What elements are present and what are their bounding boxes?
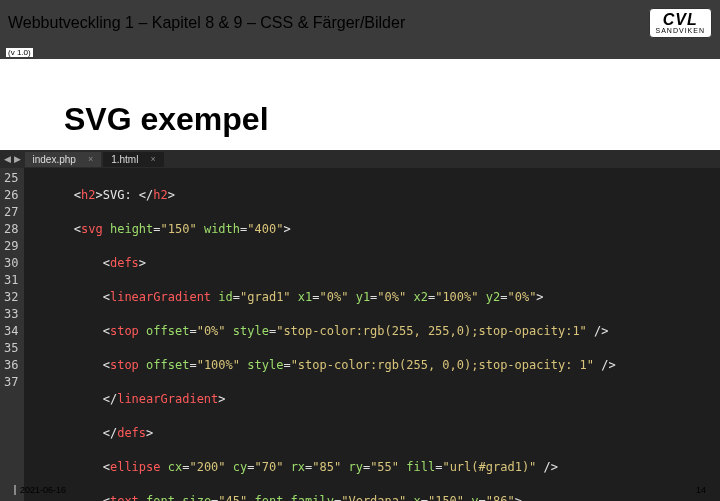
tab-1-html[interactable]: 1.html × bbox=[103, 152, 164, 167]
code-line: </defs> bbox=[30, 425, 720, 442]
close-icon[interactable]: × bbox=[150, 154, 155, 164]
slide-header-title: Webbutveckling 1 – Kapitel 8 & 9 – CSS &… bbox=[8, 14, 405, 32]
code-line: <defs> bbox=[30, 255, 720, 272]
code-body[interactable]: <h2>SVG: </h2> <svg height="150" width="… bbox=[24, 168, 720, 501]
line-gutter: 25262728293031323334353637 bbox=[0, 168, 24, 501]
code-line: </linearGradient> bbox=[30, 391, 720, 408]
close-icon[interactable]: × bbox=[88, 154, 93, 164]
code-line: <ellipse cx="200" cy="70" rx="85" ry="55… bbox=[30, 459, 720, 476]
logo: CVL SANDVIKEN bbox=[649, 8, 712, 38]
code-line: <stop offset="0%" style="stop-color:rgb(… bbox=[30, 323, 720, 340]
logo-text-bottom: SANDVIKEN bbox=[656, 27, 705, 34]
code-line: <linearGradient id="grad1" x1="0%" y1="0… bbox=[30, 289, 720, 306]
tab-label: 1.html bbox=[111, 154, 138, 165]
logo-text-top: CVL bbox=[656, 12, 705, 28]
footer-page-number: 14 bbox=[696, 485, 706, 495]
version-label: (v 1.0) bbox=[0, 46, 720, 59]
slide-title: SVG exempel bbox=[64, 101, 720, 138]
code-line: <svg height="150" width="400"> bbox=[30, 221, 720, 238]
tab-label: index.php bbox=[33, 154, 76, 165]
slide-header: Webbutveckling 1 – Kapitel 8 & 9 – CSS &… bbox=[0, 0, 720, 46]
code-line: <h2>SVG: </h2> bbox=[30, 187, 720, 204]
code-area: 25262728293031323334353637 <h2>SVG: </h2… bbox=[0, 168, 720, 501]
code-editor: ◀ ▶ index.php × 1.html × 252627282930313… bbox=[0, 150, 720, 501]
slide-footer: 2021-06-16 14 bbox=[0, 485, 720, 495]
footer-date: 2021-06-16 bbox=[14, 485, 66, 495]
code-line: <stop offset="100%" style="stop-color:rg… bbox=[30, 357, 720, 374]
tab-nav-arrows[interactable]: ◀ ▶ bbox=[0, 154, 25, 164]
tab-index-php[interactable]: index.php × bbox=[25, 152, 102, 167]
editor-tabbar: ◀ ▶ index.php × 1.html × bbox=[0, 150, 720, 168]
